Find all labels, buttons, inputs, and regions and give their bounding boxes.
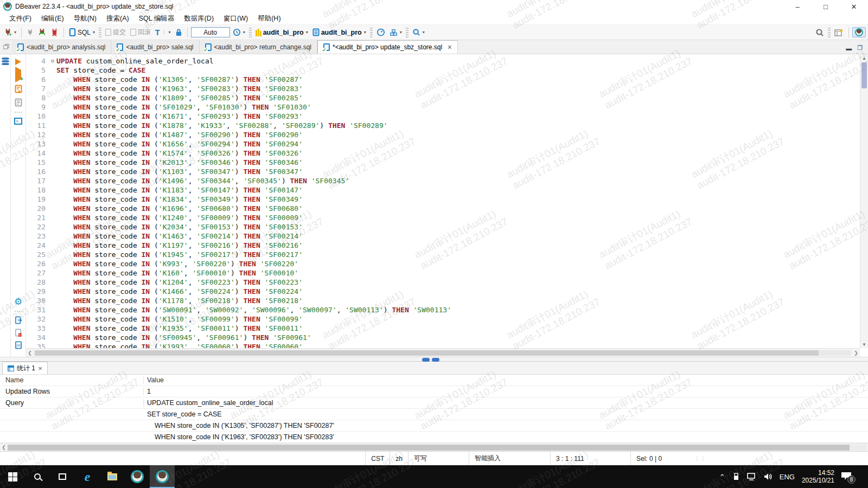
code-area[interactable]: 4⊖UPDATE custom_online_sale_order_local5… [26, 54, 860, 357]
taskbar-search-button[interactable] [25, 465, 50, 488]
commit-button[interactable]: 提交 [104, 27, 127, 38]
menu-database[interactable]: 数据库(D) [179, 13, 219, 24]
scrollbar-thumb[interactable] [861, 62, 867, 88]
connection-selector[interactable]: audit_bi_pro ▾ [254, 28, 310, 37]
table-row[interactable]: SET store_code = CASE [0, 409, 868, 420]
dashboard-button[interactable] [375, 27, 387, 37]
new-connection-button[interactable]: + ▾ [2, 27, 18, 37]
menu-search[interactable]: 搜索(A) [101, 13, 134, 24]
commit-mode-combo[interactable]: Auto [191, 27, 230, 37]
global-search-button[interactable] [814, 27, 826, 38]
menu-file[interactable]: 文件(F) [4, 13, 36, 24]
code-line[interactable]: 4⊖UPDATE custom_online_sale_order_local [26, 56, 860, 66]
tab-update-sbz-store-sql[interactable]: *<audit_bi_pro> update_sbz_store.sql ✕ [317, 40, 458, 54]
code-line[interactable]: 26 WHEN store_code IN ('K993', 'SF00220'… [26, 259, 860, 268]
maximize-editor-icon[interactable]: ❐ [857, 44, 863, 52]
toolbar-drag-handle[interactable] [15, 311, 22, 312]
scroll-left-icon[interactable]: ❮ [26, 350, 34, 356]
table-row[interactable]: Updated Rows1 [0, 386, 868, 397]
menu-navigate[interactable]: 导航(N) [69, 13, 101, 24]
panel-horizontal-scrollbar[interactable]: ❮ [0, 443, 868, 451]
code-line[interactable]: 12 WHEN store_code IN ('K1487', 'SF00290… [26, 130, 860, 139]
menu-sql-editor[interactable]: SQL 编辑器 [134, 13, 180, 24]
code-line[interactable]: 32 WHEN store_code IN ('K1510', 'SF00099… [26, 314, 860, 324]
code-line[interactable]: 11 WHEN store_code IN ('K1878', 'K1933',… [26, 121, 860, 130]
network-icon[interactable] [747, 473, 756, 480]
connect-button[interactable] [25, 28, 35, 37]
status-cursor-position[interactable]: 3 : 1 : 111 [550, 452, 630, 465]
task-view-button[interactable] [50, 465, 75, 488]
tab-sale-sql[interactable]: <audit_bi_pro> sale.sql [111, 40, 199, 54]
tray-expand-icon[interactable]: ⌃ [719, 473, 725, 481]
console-icon[interactable]: >_ [14, 118, 22, 125]
transaction-log-button[interactable]: T ⋮ ▾ [154, 27, 173, 38]
code-line[interactable]: 19 WHEN store_code IN ('K1834', 'SF00349… [26, 195, 860, 204]
export-data-icon[interactable] [15, 316, 22, 324]
sql-editor[interactable]: 4⊖UPDATE custom_online_sale_order_local5… [26, 54, 868, 357]
scroll-right-icon[interactable]: ❯ [852, 350, 860, 356]
file-explorer-button[interactable] [100, 465, 125, 488]
tab-analysis-sql[interactable]: <audit_bi_pro> analysis.sql [12, 40, 111, 54]
fold-collapse-icon[interactable]: ⊖ [49, 56, 56, 66]
code-line[interactable]: 14 WHEN store_code IN ('K1574', 'SF00326… [26, 149, 860, 158]
execute-statement-button[interactable] [15, 59, 21, 65]
splitter-collapse-down-button[interactable] [432, 358, 439, 362]
sql-search-button[interactable]: ▾ [411, 27, 426, 37]
start-button[interactable] [0, 465, 25, 488]
code-line[interactable]: 15 WHEN store_code IN ('K2013', 'SF00346… [26, 158, 860, 167]
disconnect-button[interactable] [49, 27, 60, 37]
code-line[interactable]: 34 WHEN store_code IN ('SF00945', 'SF009… [26, 333, 860, 342]
code-line[interactable]: 24 WHEN store_code IN ('K1197', 'SF00216… [26, 241, 860, 250]
tab-statistics[interactable]: 统计 1 ✕ [2, 362, 48, 374]
code-line[interactable]: 16 WHEN store_code IN ('K1103', 'SF00347… [26, 167, 860, 176]
code-line[interactable]: 18 WHEN store_code IN ('K1183', 'SF00147… [26, 185, 860, 195]
reconnect-button[interactable] [36, 27, 48, 37]
volume-icon[interactable] [763, 473, 773, 480]
scroll-up-icon[interactable]: ▲ [860, 54, 868, 62]
minimize-button[interactable]: – [783, 0, 812, 13]
menu-help[interactable]: 帮助(H) [253, 13, 285, 24]
table-row[interactable]: WHEN store_code IN ('K1963', 'SF00283') … [0, 432, 868, 443]
execute-script-button[interactable] [15, 85, 22, 93]
code-line[interactable]: 5SET store_code = CASE [26, 66, 860, 75]
tab-close-icon[interactable]: ✕ [447, 44, 452, 51]
scroll-left-icon[interactable]: ❮ [0, 445, 8, 450]
code-line[interactable]: 27 WHEN store_code IN ('K160', 'SF00010'… [26, 268, 860, 278]
editor-vertical-scrollbar[interactable]: ▲ ▼ [860, 54, 868, 348]
editor-horizontal-scrollbar[interactable]: ❮ ❯ [26, 348, 860, 357]
execute-new-tab-button[interactable]: + [15, 70, 21, 80]
compile-button[interactable]: ▾ [388, 28, 404, 37]
menu-edit[interactable]: 编辑(E) [36, 13, 69, 24]
minimize-editor-icon[interactable]: ▬ [846, 45, 852, 52]
code-line[interactable]: 13 WHEN store_code IN ('K1656', 'SF00294… [26, 139, 860, 149]
transaction-timeout-button[interactable]: ▾ [231, 27, 247, 37]
action-center-button[interactable]: 8 [841, 472, 852, 481]
restore-view-icon[interactable] [0, 40, 12, 54]
maximize-button[interactable]: □ [812, 0, 840, 13]
usb-icon[interactable] [732, 473, 740, 481]
splitter-collapse-up-button[interactable] [422, 358, 430, 362]
rollback-button[interactable]: 回滚 [129, 27, 152, 38]
sql-editor-button[interactable]: SQL ▾ [67, 27, 97, 37]
internet-explorer-button[interactable]: e [75, 465, 100, 488]
code-line[interactable]: 10 WHEN store_code IN ('K1671', 'SF00293… [26, 112, 860, 121]
code-line[interactable]: 9 WHEN store_code IN ('SF01029', 'SF0103… [26, 102, 860, 112]
dbeaver-taskbar-button[interactable] [125, 465, 150, 488]
code-line[interactable]: 30 WHEN store_code IN ('K1178', 'SF00218… [26, 296, 860, 305]
settings-gear-icon[interactable]: ⚙ [14, 297, 22, 306]
code-line[interactable]: 22 WHEN store_code IN ('K2034', 'SF00153… [26, 222, 860, 232]
scrollbar-thumb[interactable] [35, 350, 819, 356]
scrollbar-thumb[interactable] [8, 445, 850, 451]
autocommit-lock-button[interactable] [174, 27, 184, 37]
code-line[interactable]: 25 WHEN store_code IN ('K1945', 'SF00217… [26, 250, 860, 259]
tab-close-icon[interactable]: ✕ [38, 365, 42, 371]
explain-plan-button[interactable] [15, 98, 22, 107]
toolbar-drag-handle[interactable] [15, 112, 22, 113]
code-line[interactable]: 33 WHEN store_code IN ('K1935', 'SF00011… [26, 324, 860, 333]
table-row[interactable]: WHEN store_code IN ('K1305', 'SF00287') … [0, 420, 868, 432]
taskbar-clock[interactable]: 14:52 2025/10/21 [802, 469, 834, 484]
file-word-wrap-icon[interactable]: (w) [15, 341, 22, 349]
schema-selector[interactable]: audit_bi_pro ▾ [311, 27, 368, 37]
code-line[interactable]: 23 WHEN store_code IN ('K1463', 'SF00214… [26, 232, 860, 241]
close-button[interactable]: ✕ [840, 0, 868, 13]
